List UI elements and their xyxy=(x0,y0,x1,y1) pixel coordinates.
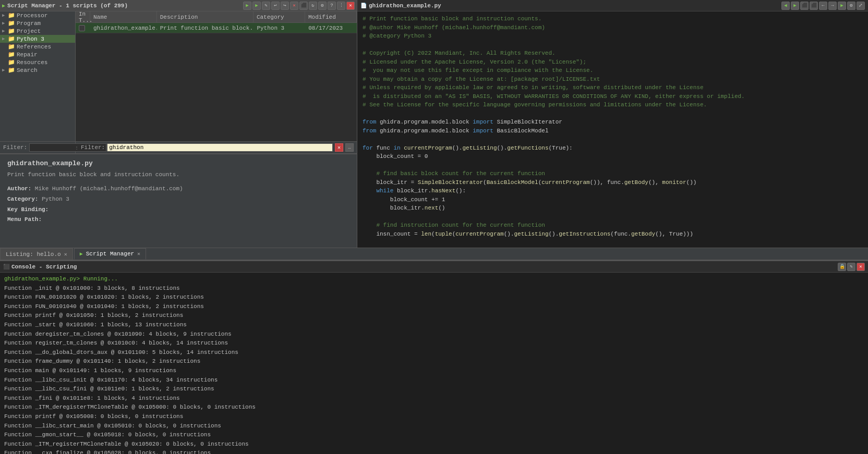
run-editor-button[interactable]: ▶ xyxy=(252,2,261,10)
tree-item-processor[interactable]: ▶ 📁 Processor xyxy=(0,11,75,19)
th-category[interactable]: Category xyxy=(254,11,305,22)
editor-nav-btn4[interactable]: → xyxy=(828,2,837,10)
editor-nav-btn3[interactable]: ← xyxy=(819,2,827,10)
folder-icon: 📁 xyxy=(8,20,15,27)
tree-item-search[interactable]: ▶ 📁 Search xyxy=(0,66,75,74)
console-line: Function _ITM_deregisterTMCloneTable @ 0… xyxy=(4,403,864,412)
console-line: Function __cxa_finalize @ 0x105028: 0 bl… xyxy=(4,449,864,454)
editor-settings-btn[interactable]: ⚙ xyxy=(847,2,855,10)
script-manager-content: ▶ 📁 Processor ▶ 📁 Program ▶ 📁 Project ▶ … xyxy=(0,11,357,141)
script-manager-title: Script Manager - 1 scripts (of 299) xyxy=(7,3,241,9)
folder-icon: 📁 xyxy=(8,59,15,66)
right-filter-section: Filter: ✕ … xyxy=(78,142,357,153)
script-manager-tab-close[interactable]: ✕ xyxy=(137,251,140,257)
filter-row: Filter: 🔍 ⋮ Filter: ✕ … xyxy=(0,141,357,154)
scripts-table-area: In T... Name Description Category Modifi… xyxy=(76,11,357,141)
console-line: Function printf @ 0x105008: 0 blocks, 0 … xyxy=(4,412,864,422)
script-metadata: Author: Mike Hunhoff (michael.hunhoff@ma… xyxy=(7,184,349,225)
expand-icon: ▶ xyxy=(2,36,6,42)
console-output[interactable]: ghidrathon_example.py> Running...Functio… xyxy=(0,273,868,454)
console-line: ghidrathon_example.py> Running... xyxy=(4,275,864,284)
refresh-button[interactable]: ↻ xyxy=(309,2,317,10)
meta-category-row: Category: Python 3 xyxy=(7,194,349,205)
th-name[interactable]: Name xyxy=(90,11,157,22)
editor-title: ghidrathon_example.py xyxy=(369,3,779,9)
console-edit-btn[interactable]: ✎ xyxy=(847,263,855,271)
th-modified[interactable]: Modified xyxy=(305,11,357,22)
delete-button[interactable]: ✕ xyxy=(290,2,298,10)
category-label: Category: xyxy=(7,196,38,202)
help-button[interactable]: ? xyxy=(328,2,336,10)
category-value: Python 3 xyxy=(42,196,69,202)
editor-icon: 📄 xyxy=(360,3,367,9)
folder-icon: 📁 xyxy=(8,28,15,34)
console-line: Function register_tm_clones @ 0x1010c0: … xyxy=(4,339,864,348)
listing-tab-close[interactable]: ✕ xyxy=(64,251,67,257)
tree-label-processor: Processor xyxy=(17,13,47,19)
close-button[interactable]: ✕ xyxy=(346,2,355,10)
console-line: Function FUN_00101040 @ 0x101040: 1 bloc… xyxy=(4,302,864,312)
table-header: In T... Name Description Category Modifi… xyxy=(76,11,357,23)
console-line: Function _fini @ 0x1011e8: 1 blocks, 4 i… xyxy=(4,394,864,403)
undo-button[interactable]: ↩ xyxy=(271,2,280,10)
console-line: Function _start @ 0x101060: 1 blocks, 13… xyxy=(4,321,864,330)
editor-run-fwd-btn[interactable]: ▶ xyxy=(791,2,799,10)
script-filter-input[interactable] xyxy=(107,143,333,152)
td-modified: 08/17/2023 xyxy=(305,23,357,33)
td-checkbox-cell xyxy=(76,23,90,33)
tree-item-python3[interactable]: ▶ 📁 Python 3 xyxy=(0,35,75,43)
th-description[interactable]: Description xyxy=(157,11,254,22)
tree-item-project[interactable]: ▶ 📁 Project xyxy=(0,27,75,35)
tab-listing[interactable]: Listing: hello.o ✕ xyxy=(0,248,73,260)
tree-label-repair: Repair xyxy=(17,52,38,58)
console-line: Function printf @ 0x101050: 1 blocks, 2 … xyxy=(4,311,864,321)
expand-icon xyxy=(2,44,6,50)
scripts-table-body[interactable]: ghidrathon_example... Print function bas… xyxy=(76,23,357,141)
filter-clear-button[interactable]: ✕ xyxy=(335,143,343,152)
tree-label-program: Program xyxy=(17,20,41,27)
folder-icon: 📁 xyxy=(8,43,15,50)
editor-run-back-btn[interactable]: ◀ xyxy=(781,2,790,10)
folder-icon: 📁 xyxy=(8,67,15,73)
meta-author-row: Author: Mike Hunhoff (michael.hunhoff@ma… xyxy=(7,184,349,194)
redo-button[interactable]: ↪ xyxy=(281,2,289,10)
meta-keybinding-row: Key Binding: xyxy=(7,205,349,215)
code-content[interactable]: # Print function basic block and instruc… xyxy=(357,11,868,248)
tree-label-project: Project xyxy=(17,28,41,34)
run-button[interactable]: ▶ xyxy=(243,2,251,10)
tree-item-references[interactable]: 📁 References xyxy=(0,43,75,51)
left-filter-section: Filter: 🔍 xyxy=(0,142,76,153)
edit-button[interactable]: ✎ xyxy=(262,2,270,10)
console-title: Console - Scripting xyxy=(11,264,836,270)
code-editor-panel: 📄 ghidrathon_example.py ◀ ▶ ⬛ ⬛ ← → ▶ ⚙ … xyxy=(357,0,868,248)
expand-icon: ▶ xyxy=(2,67,6,73)
console-line: Function main @ 0x101149: 1 blocks, 9 in… xyxy=(4,366,864,376)
key-button[interactable]: ⚙ xyxy=(318,2,327,10)
script-info-panel: ghidrathon_example.py Print function bas… xyxy=(0,154,357,248)
th-in-table[interactable]: In T... xyxy=(76,11,90,22)
console-lock-btn[interactable]: 🔒 xyxy=(838,263,846,271)
folder-icon: 📁 xyxy=(8,12,15,19)
editor-nav-btn1[interactable]: ⬛ xyxy=(800,2,809,10)
console-line: Function _init @ 0x101000: 3 blocks, 8 i… xyxy=(4,284,864,293)
editor-expand-btn[interactable]: ⤢ xyxy=(857,2,865,10)
right-filter-label: Filter: xyxy=(81,144,105,151)
console-close-btn[interactable]: ✕ xyxy=(857,263,865,271)
separator-btn: ⋮ xyxy=(337,2,345,10)
tab-script-manager[interactable]: ▶ Script Manager ✕ xyxy=(74,248,146,260)
console-icon: ⬛ xyxy=(3,264,9,270)
editor-nav-btn2[interactable]: ⬛ xyxy=(810,2,818,10)
author-value: Mike Hunhoff (michael.hunhoff@mandiant.c… xyxy=(35,186,183,192)
in-table-checkbox[interactable] xyxy=(79,25,85,31)
category-tree[interactable]: ▶ 📁 Processor ▶ 📁 Program ▶ 📁 Project ▶ … xyxy=(0,11,76,141)
table-row[interactable]: ghidrathon_example... Print function bas… xyxy=(76,23,357,33)
listing-tab-label: Listing: hello.o xyxy=(6,251,61,257)
console-button[interactable]: ⬛ xyxy=(299,2,308,10)
tree-item-repair[interactable]: 📁 Repair xyxy=(0,51,75,58)
tree-item-resources[interactable]: 📁 Resources xyxy=(0,58,75,66)
editor-play-btn[interactable]: ▶ xyxy=(838,2,846,10)
tree-item-program[interactable]: ▶ 📁 Program xyxy=(0,19,75,27)
folder-icon: 📁 xyxy=(8,35,15,42)
filter-extra-btn[interactable]: … xyxy=(345,143,354,152)
author-label: Author: xyxy=(7,186,31,192)
